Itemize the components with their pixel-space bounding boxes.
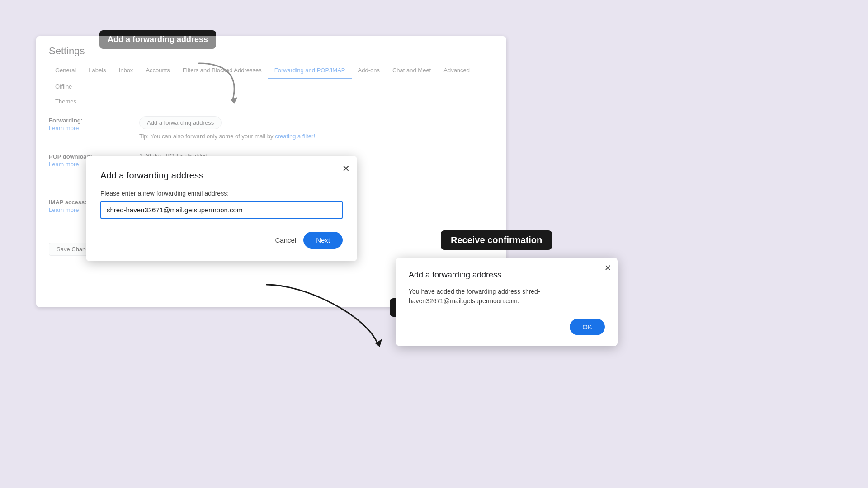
- tab-general[interactable]: General: [49, 62, 82, 79]
- modal2-body: You have added the forwarding address sh…: [409, 287, 605, 306]
- modal1-close-button[interactable]: ✕: [342, 163, 350, 174]
- tab-forwarding[interactable]: Forwarding and POP/IMAP: [268, 62, 352, 79]
- tab-chat[interactable]: Chat and Meet: [386, 62, 437, 79]
- modal1-label: Please enter a new forwarding email addr…: [100, 190, 343, 197]
- settings-tabs: General Labels Inbox Accounts Filters an…: [49, 62, 494, 95]
- add-forwarding-button[interactable]: Add a forwarding address: [139, 116, 222, 129]
- tab-addons[interactable]: Add-ons: [352, 62, 386, 79]
- modal1-next-button[interactable]: Next: [303, 232, 343, 249]
- modal1-footer: Cancel Next: [100, 232, 343, 249]
- modal2-ok-button[interactable]: OK: [570, 319, 605, 335]
- tab-advanced[interactable]: Advanced: [437, 62, 476, 79]
- modal1-title: Add a forwarding address: [100, 170, 343, 181]
- modal2-title: Add a forwarding address: [409, 270, 605, 280]
- forwarding-row: Forwarding: Learn more Add a forwarding …: [49, 116, 494, 140]
- forwarding-tip: Tip: You can also forward only some of y…: [139, 133, 494, 140]
- modal2-close-button[interactable]: ✕: [604, 263, 611, 273]
- svg-marker-0: [231, 97, 237, 104]
- arrow-to-confirm: [262, 280, 389, 352]
- forwarding-learn-more[interactable]: Learn more: [49, 125, 139, 131]
- tooltip-add-forwarding: Add a forwarding address: [99, 30, 216, 49]
- modal1-cancel-button[interactable]: Cancel: [275, 236, 296, 244]
- tab-themes[interactable]: Themes: [49, 94, 83, 110]
- creating-filter-link[interactable]: creating a filter!: [275, 133, 315, 140]
- modal2-footer: OK: [409, 319, 605, 335]
- forwarding-content: Add a forwarding address Tip: You can al…: [139, 116, 494, 140]
- modal-add-forwarding: ✕ Add a forwarding address Please enter …: [86, 156, 357, 261]
- forwarding-label: Forwarding: Learn more: [49, 116, 139, 131]
- tab-accounts[interactable]: Accounts: [139, 62, 176, 79]
- tooltip-receive-confirmation: Receive confirmation: [441, 230, 552, 250]
- email-input[interactable]: [100, 201, 343, 219]
- modal-confirmation: ✕ Add a forwarding address You have adde…: [396, 258, 618, 346]
- tab-inbox[interactable]: Inbox: [113, 62, 140, 79]
- tab-offline[interactable]: Offline: [49, 79, 78, 95]
- arrow-to-button: [194, 59, 249, 108]
- tab-labels[interactable]: Labels: [82, 62, 112, 79]
